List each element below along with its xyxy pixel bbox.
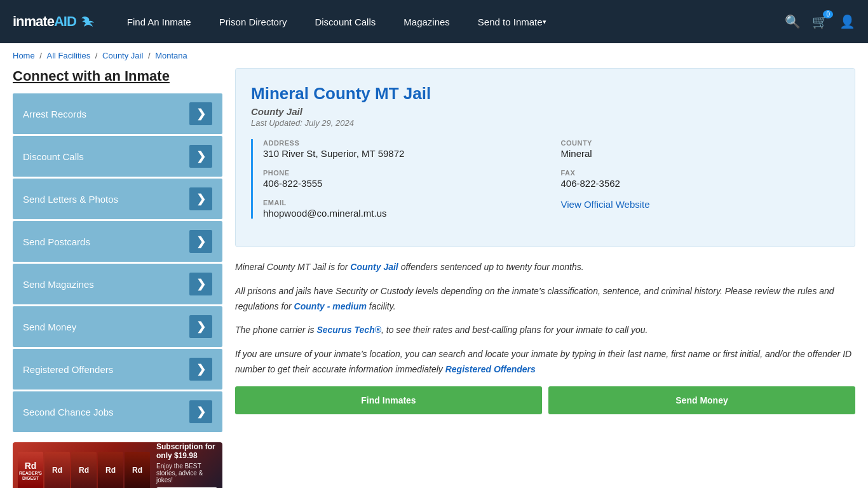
address-group: ADDRESS 310 River St, Superior, MT 59872 [263,139,542,159]
website-group: View Official Website [561,199,840,219]
breadcrumb-county-jail[interactable]: County Jail [102,51,143,60]
fax-label: FAX [561,169,840,177]
logo-bird-icon [80,16,94,27]
desc-para4-pre: If you are unsure of your inmate’s locat… [235,349,851,374]
phone-group: PHONE 406-822-3555 [263,169,542,189]
user-icon[interactable]: 👤 [839,14,855,29]
desc-para2: All prisons and jails have Security or C… [235,284,855,315]
phone-label: PHONE [263,169,542,177]
send-money-button[interactable]: Send Money [548,386,855,414]
desc-county-medium-link[interactable]: County - medium [294,301,367,311]
facility-details: ADDRESS 310 River St, Superior, MT 59872… [263,139,839,219]
sidebar-item-discount-calls[interactable]: Discount Calls ❯ [13,136,222,177]
sidebar-ad[interactable]: Rd READER'S DIGEST Rd Rd [13,442,222,488]
description: Mineral County MT Jail is for County Jai… [235,260,855,414]
address-value: 310 River St, Superior, MT 59872 [263,148,542,159]
logo[interactable]: inmateAID [13,13,94,30]
sidebar-title: Connect with an Inmate [13,68,222,85]
main-layout: Connect with an Inmate Arrest Records ❯ … [0,68,868,488]
breadcrumb-home[interactable]: Home [13,51,35,60]
fax-value: 406-822-3562 [561,178,840,189]
desc-para1-pre: Mineral County MT Jail is for [235,262,350,272]
main-content: Mineral County MT Jail County Jail Last … [235,68,855,488]
facility-details-box: ADDRESS 310 River St, Superior, MT 59872… [251,139,839,219]
cart-icon[interactable]: 🛒 0 [812,14,828,29]
desc-para4: If you are unsure of your inmate’s locat… [235,347,855,377]
sidebar-item-arrest-records[interactable]: Arrest Records ❯ [13,93,222,134]
sidebar-arrow-icon: ❯ [189,102,212,125]
action-buttons: Find Inmates Send Money [235,386,855,414]
cart-badge: 0 [823,10,833,18]
sidebar-arrow-icon: ❯ [189,187,212,210]
facility-type: County Jail [251,106,839,117]
fax-group: FAX 406-822-3562 [561,169,840,189]
sidebar-item-second-chance-jobs[interactable]: Second Chance Jobs ❯ [13,391,222,432]
nav-discount-calls[interactable]: Discount Calls [301,0,390,43]
nav-send-to-inmate[interactable]: Send to Inmate [464,0,560,43]
sidebar-arrow-icon: ❯ [189,145,212,168]
ad-title: 1 Year Subscription for only $19.98 [156,442,217,460]
desc-registered-offenders-link[interactable]: Registered Offenders [445,364,536,374]
nav-find-inmate[interactable]: Find An Inmate [113,0,205,43]
email-label: EMAIL [263,199,542,207]
desc-para3: The phone carrier is Securus Tech®, to s… [235,323,855,338]
sidebar-arrow-icon: ❯ [189,315,212,338]
desc-county-jail-link[interactable]: County Jail [350,262,398,272]
ad-subtitle: Enjoy the BEST stories, advice & jokes! [156,463,217,484]
desc-securus-link[interactable]: Securus Tech® [316,325,381,335]
county-value: Mineral [561,148,840,159]
phone-value: 406-822-3555 [263,178,542,189]
email-value: hhopwood@co.mineral.mt.us [263,208,542,219]
desc-para3-pre: The phone carrier is [235,325,316,335]
header-icons: 🔍 🛒 0 👤 [785,14,855,29]
sidebar: Connect with an Inmate Arrest Records ❯ … [13,68,222,488]
facility-name: Mineral County MT Jail [251,84,839,104]
county-group: COUNTY Mineral [561,139,840,159]
ad-text: 1 Year Subscription for only $19.98 Enjo… [156,442,217,488]
sidebar-item-send-magazines[interactable]: Send Magazines ❯ [13,264,222,304]
website-link[interactable]: View Official Website [561,199,650,210]
sidebar-arrow-icon: ❯ [189,400,212,423]
facility-updated: Last Updated: July 29, 2024 [251,118,839,128]
sidebar-arrow-icon: ❯ [189,273,212,295]
sidebar-menu: Arrest Records ❯ Discount Calls ❯ Send L… [13,93,222,432]
sidebar-item-send-postcards[interactable]: Send Postcards ❯ [13,221,222,262]
desc-para2-post: facility. [367,301,396,311]
sidebar-arrow-icon: ❯ [189,230,212,253]
find-inmates-button[interactable]: Find Inmates [235,386,542,414]
sidebar-arrow-icon: ❯ [189,358,212,381]
nav-prison-directory[interactable]: Prison Directory [205,0,301,43]
county-label: COUNTY [561,139,840,147]
desc-para3-post: , to see their rates and best-calling pl… [381,325,648,335]
breadcrumb-montana[interactable]: Montana [155,51,187,60]
breadcrumb: Home / All Facilities / County Jail / Mo… [0,43,868,68]
header: inmateAID Find An Inmate Prison Director… [0,0,868,43]
ad-magazines: Rd READER'S DIGEST Rd Rd [18,452,150,488]
breadcrumb-all-facilities[interactable]: All Facilities [47,51,91,60]
nav-magazines[interactable]: Magazines [390,0,464,43]
desc-para1-post: offenders sentenced up to twenty four mo… [398,262,584,272]
email-group: EMAIL hhopwood@co.mineral.mt.us [263,199,542,219]
search-icon[interactable]: 🔍 [785,14,801,29]
sidebar-item-registered-offenders[interactable]: Registered Offenders ❯ [13,349,222,390]
main-nav: Find An Inmate Prison Directory Discount… [113,0,778,43]
sidebar-item-send-letters[interactable]: Send Letters & Photos ❯ [13,179,222,219]
address-label: ADDRESS [263,139,542,147]
desc-para1: Mineral County MT Jail is for County Jai… [235,260,855,275]
facility-card: Mineral County MT Jail County Jail Last … [235,68,855,247]
sidebar-item-send-money[interactable]: Send Money ❯ [13,306,222,347]
logo-text: inmateAID [13,13,76,30]
